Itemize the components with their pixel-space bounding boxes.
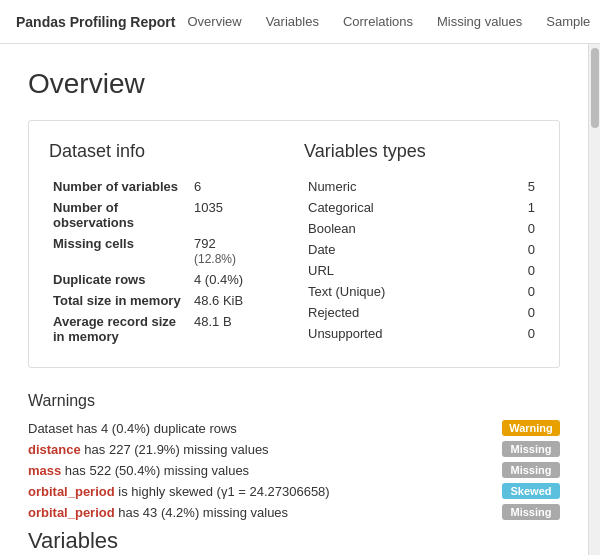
warning-item: orbital_period has 43 (4.2%) missing val…	[28, 504, 560, 520]
warning-badge: Missing	[502, 462, 560, 478]
main-content: Overview Dataset info Number of variable…	[0, 44, 588, 555]
table-row: Duplicate rows 4 (0.4%)	[49, 269, 284, 290]
var-type-label: Rejected	[304, 302, 503, 323]
warning-text: mass has 522 (50.4%) missing values	[28, 463, 502, 478]
dataset-info-col: Dataset info Number of variables 6 Numbe…	[49, 141, 284, 347]
info-label: Duplicate rows	[49, 269, 190, 290]
info-value: 6	[190, 176, 284, 197]
info-label: Average record size in memory	[49, 311, 190, 347]
table-row: Total size in memory 48.6 KiB	[49, 290, 284, 311]
warnings-list: Dataset has 4 (0.4%) duplicate rows Warn…	[28, 420, 560, 520]
table-row: URL 0	[304, 260, 539, 281]
info-value: 48.1 B	[190, 311, 284, 347]
nav-correlations[interactable]: Correlations	[331, 10, 425, 33]
var-type-value: 0	[503, 281, 539, 302]
warnings-title: Warnings	[28, 392, 560, 410]
info-value: 1035	[190, 197, 284, 233]
warnings-section: Warnings Dataset has 4 (0.4%) duplicate …	[28, 392, 560, 520]
variables-section-title: Variables	[28, 528, 560, 554]
var-type-value: 0	[503, 302, 539, 323]
table-row: Number of observations 1035	[49, 197, 284, 233]
var-type-value: 0	[503, 239, 539, 260]
dataset-info-table: Number of variables 6 Number of observat…	[49, 176, 284, 347]
var-type-label: URL	[304, 260, 503, 281]
page-wrapper: Overview Dataset info Number of variable…	[0, 44, 600, 555]
overview-card: Dataset info Number of variables 6 Numbe…	[28, 120, 560, 368]
info-label: Number of variables	[49, 176, 190, 197]
dataset-info-title: Dataset info	[49, 141, 284, 162]
var-type-label: Numeric	[304, 176, 503, 197]
warning-badge: Warning	[502, 420, 560, 436]
warning-text: distance has 227 (21.9%) missing values	[28, 442, 502, 457]
var-type-label: Text (Unique)	[304, 281, 503, 302]
nav-sample[interactable]: Sample	[534, 10, 600, 33]
warning-badge: Missing	[502, 441, 560, 457]
table-row: Number of variables 6	[49, 176, 284, 197]
table-row: Average record size in memory 48.1 B	[49, 311, 284, 347]
table-row: Text (Unique) 0	[304, 281, 539, 302]
warning-text: Dataset has 4 (0.4%) duplicate rows	[28, 421, 502, 436]
table-row: Unsupported 0	[304, 323, 539, 344]
info-value: 48.6 KiB	[190, 290, 284, 311]
page-title: Overview	[28, 68, 560, 100]
warning-badge: Skewed	[502, 483, 560, 499]
info-value: 4 (0.4%)	[190, 269, 284, 290]
variables-types-table: Numeric 5 Categorical 1 Boolean 0	[304, 176, 539, 344]
table-row: Boolean 0	[304, 218, 539, 239]
info-label: Missing cells	[49, 233, 190, 269]
nav-variables[interactable]: Variables	[254, 10, 331, 33]
app-header: Pandas Profiling Report Overview Variabl…	[0, 0, 600, 44]
nav-missing-values[interactable]: Missing values	[425, 10, 534, 33]
table-row: Numeric 5	[304, 176, 539, 197]
warning-item: orbital_period is highly skewed (γ1 = 24…	[28, 483, 560, 499]
table-row: Date 0	[304, 239, 539, 260]
warning-text: orbital_period is highly skewed (γ1 = 24…	[28, 484, 502, 499]
var-type-label: Boolean	[304, 218, 503, 239]
var-type-label: Categorical	[304, 197, 503, 218]
app-title: Pandas Profiling Report	[16, 14, 175, 30]
table-row: Rejected 0	[304, 302, 539, 323]
overview-columns: Dataset info Number of variables 6 Numbe…	[49, 141, 539, 347]
var-type-label: Unsupported	[304, 323, 503, 344]
var-type-value: 5	[503, 176, 539, 197]
warning-badge: Missing	[502, 504, 560, 520]
main-nav: Overview Variables Correlations Missing …	[175, 10, 600, 33]
var-type-label: Date	[304, 239, 503, 260]
info-value: 792 (12.8%)	[190, 233, 284, 269]
table-row: Categorical 1	[304, 197, 539, 218]
scrollbar-track[interactable]	[588, 44, 600, 555]
var-type-value: 0	[503, 323, 539, 344]
variables-types-col: Variables types Numeric 5 Categorical 1	[304, 141, 539, 347]
nav-overview[interactable]: Overview	[175, 10, 253, 33]
variables-types-title: Variables types	[304, 141, 539, 162]
var-type-value: 0	[503, 260, 539, 281]
warning-item: mass has 522 (50.4%) missing values Miss…	[28, 462, 560, 478]
var-type-value: 0	[503, 218, 539, 239]
info-label: Total size in memory	[49, 290, 190, 311]
table-row: Missing cells 792 (12.8%)	[49, 233, 284, 269]
warning-text: orbital_period has 43 (4.2%) missing val…	[28, 505, 502, 520]
scrollbar-thumb[interactable]	[591, 48, 599, 128]
var-type-value: 1	[503, 197, 539, 218]
info-label: Number of observations	[49, 197, 190, 233]
warning-item: distance has 227 (21.9%) missing values …	[28, 441, 560, 457]
warning-item: Dataset has 4 (0.4%) duplicate rows Warn…	[28, 420, 560, 436]
